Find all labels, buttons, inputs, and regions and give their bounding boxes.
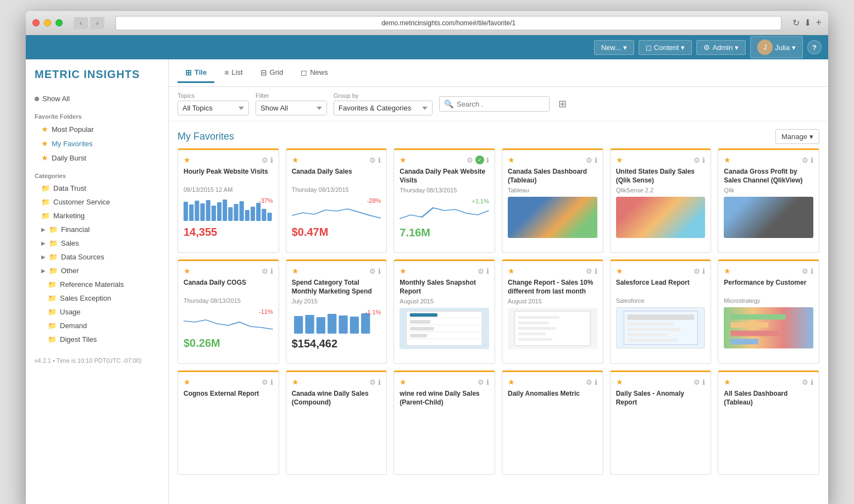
tile-card[interactable]: ★ ⚙ ℹ Canada Sales Dashboard (Tableau) T… — [502, 148, 603, 253]
mac-download-btn[interactable]: ⬇ — [804, 18, 811, 28]
tile-settings-icon[interactable]: ⚙ — [369, 267, 376, 275]
tile-info-icon[interactable]: ℹ — [702, 267, 705, 275]
sidebar-item-daily-burst[interactable]: ★ Daily Burst — [26, 151, 168, 165]
tile-card[interactable]: ★ ⚙ ℹ Change Report - Sales 10% differen… — [502, 259, 603, 364]
tab-grid[interactable]: ⊟ Grid — [253, 64, 291, 83]
tile-info-icon[interactable]: ℹ — [486, 156, 489, 164]
tile-settings-icon[interactable]: ⚙ — [586, 378, 592, 386]
tile-settings-icon[interactable]: ⚙ — [262, 378, 268, 386]
tile-info-icon[interactable]: ℹ — [595, 378, 597, 386]
tile-star-icon[interactable]: ★ — [292, 378, 299, 386]
tile-info-icon[interactable]: ℹ — [378, 378, 381, 386]
sidebar-item-sales-exception[interactable]: 📁 Sales Exception — [26, 291, 168, 305]
mac-close-btn[interactable] — [32, 19, 40, 26]
sidebar-item-show-all[interactable]: Show All — [26, 92, 168, 106]
new-button[interactable]: New... ▾ — [594, 40, 634, 55]
tile-card[interactable]: ★ ⚙ ℹ Hourly Peak Website Visits 08/13/2… — [178, 148, 279, 253]
tile-settings-icon[interactable]: ⚙ — [802, 156, 808, 164]
tile-card[interactable]: ★ ⚙ ℹ Canada wine Daily Sales (Compound) — [286, 370, 387, 475]
tile-card[interactable]: ★ ⚙ ℹ Daily Sales - Anomaly Report — [610, 370, 712, 475]
grid-settings-button[interactable]: ⊞ — [556, 96, 569, 112]
sidebar-item-marketing[interactable]: 📁 Marketing — [26, 209, 168, 223]
tile-settings-icon[interactable]: ⚙ — [694, 267, 700, 275]
sidebar-item-data-sources[interactable]: ▶ 📁 Data Sources — [26, 250, 168, 264]
sidebar-item-digest-tiles[interactable]: 📁 Digest Tiles — [26, 333, 168, 346]
tile-card[interactable]: ★ ⚙ ℹ wine red wine Daily Sales (Parent-… — [393, 370, 495, 475]
filter-select[interactable]: Show All — [256, 101, 327, 115]
mac-maximize-btn[interactable] — [56, 19, 63, 26]
tab-news[interactable]: ◻ News — [293, 64, 336, 83]
groupby-select[interactable]: Favorites & Categories — [334, 101, 432, 115]
tile-info-icon[interactable]: ℹ — [270, 156, 273, 164]
tile-star-icon[interactable]: ★ — [184, 378, 191, 386]
tile-info-icon[interactable]: ℹ — [811, 156, 813, 164]
tile-settings-icon[interactable]: ⚙ — [694, 378, 700, 386]
help-button[interactable]: ? — [807, 40, 822, 54]
tile-star-icon[interactable]: ★ — [724, 378, 731, 386]
sidebar-item-customer-service[interactable]: 📁 Customer Service — [26, 195, 168, 209]
sidebar-item-reference-materials[interactable]: 📁 Reference Materials — [26, 278, 168, 291]
tile-card[interactable]: ★ ⚙ ℹ Performance by Customer Microstrat… — [718, 259, 819, 364]
search-input[interactable] — [457, 100, 545, 108]
tile-info-icon[interactable]: ℹ — [270, 267, 273, 275]
tile-settings-icon[interactable]: ⚙ — [586, 267, 592, 275]
tile-card[interactable]: ★ ⚙ ℹ Monthly Sales Snapshot Report Augu… — [393, 259, 495, 364]
tile-star-icon[interactable]: ★ — [292, 267, 299, 275]
topics-select[interactable]: All Topics — [178, 101, 249, 115]
tile-star-icon[interactable]: ★ — [508, 378, 515, 386]
tile-card[interactable]: ★ ⚙ ℹ All Sales Dashboard (Tableau) — [718, 370, 819, 475]
tile-star-icon[interactable]: ★ — [616, 267, 623, 275]
tile-settings-icon[interactable]: ⚙ — [694, 156, 700, 164]
tile-star-icon[interactable]: ★ — [292, 156, 299, 164]
tile-settings-icon[interactable]: ⚙ — [478, 378, 484, 386]
tile-card[interactable]: ★ ⚙ ℹ Salesforce Lead Report Salesforce — [610, 259, 712, 364]
user-button[interactable]: J Julia ▾ — [750, 36, 803, 58]
sidebar-item-most-popular[interactable]: ★ Most Popular — [26, 122, 168, 136]
tile-star-icon[interactable]: ★ — [616, 156, 623, 164]
tile-card[interactable]: ★ ⚙ ℹ United States Daily Sales (Qlik Se… — [610, 148, 712, 253]
mac-newtab-btn[interactable]: + — [816, 17, 822, 29]
content-button[interactable]: ◻ Content ▾ — [639, 40, 692, 55]
sidebar-item-sales[interactable]: ▶ 📁 Sales — [26, 236, 168, 250]
sidebar-item-demand[interactable]: 📁 Demand — [26, 319, 168, 333]
tile-card[interactable]: ★ ⚙ ℹ Canada Gross Profit by Sales Chann… — [718, 148, 819, 253]
mac-minimize-btn[interactable] — [44, 19, 51, 26]
admin-button[interactable]: ⚙ Admin ▾ — [696, 40, 746, 55]
tile-card[interactable]: ★ ⚙ ℹ Cognos External Report — [178, 370, 279, 475]
tile-settings-icon[interactable]: ⚙ — [802, 267, 808, 275]
tile-info-icon[interactable]: ℹ — [811, 267, 813, 275]
tile-settings-icon[interactable]: ⚙ — [262, 156, 268, 164]
tile-star-icon[interactable]: ★ — [724, 267, 731, 275]
mac-forward-btn[interactable]: › — [90, 17, 104, 29]
tile-star-icon[interactable]: ★ — [508, 267, 515, 275]
sidebar-item-usage[interactable]: 📁 Usage — [26, 305, 168, 319]
tab-tile[interactable]: ⊞ Tile — [178, 64, 214, 83]
tile-info-icon[interactable]: ℹ — [486, 267, 489, 275]
mac-reload-btn[interactable]: ↻ — [792, 18, 800, 28]
tile-settings-icon[interactable]: ⚙ — [478, 267, 484, 275]
tile-info-icon[interactable]: ℹ — [486, 378, 489, 386]
tile-card[interactable]: ★ ⚙ ℹ Daily Anomalies Metric — [502, 370, 603, 475]
tile-star-icon[interactable]: ★ — [616, 378, 623, 386]
tile-info-icon[interactable]: ℹ — [595, 156, 597, 164]
tile-info-icon[interactable]: ℹ — [378, 156, 381, 164]
tile-settings-icon[interactable]: ⚙ — [369, 378, 376, 386]
tile-info-icon[interactable]: ℹ — [270, 378, 273, 386]
tile-settings-icon[interactable]: ⚙ — [586, 156, 592, 164]
tile-card[interactable]: ★ ⚙ ✓ ℹ Canada Daily Peak Website Visits… — [393, 148, 495, 253]
sidebar-item-other[interactable]: ▶ 📁 Other — [26, 264, 168, 278]
tile-star-icon[interactable]: ★ — [184, 267, 191, 275]
sidebar-item-financial[interactable]: ▶ 📁 Financial — [26, 223, 168, 236]
mac-back-btn[interactable]: ‹ — [74, 17, 88, 29]
sidebar-item-my-favorites[interactable]: ★ My Favorites — [26, 136, 168, 151]
url-input[interactable] — [115, 16, 781, 30]
tile-settings-icon[interactable]: ⚙ — [467, 156, 473, 164]
tile-info-icon[interactable]: ℹ — [702, 378, 705, 386]
tile-star-icon[interactable]: ★ — [400, 267, 407, 275]
tile-info-icon[interactable]: ℹ — [378, 267, 381, 275]
tile-star-icon[interactable]: ★ — [400, 378, 407, 386]
tile-card[interactable]: ★ ⚙ ℹ Canada Daily COGS Thursday 08/13/2… — [178, 259, 279, 364]
tile-star-icon[interactable]: ★ — [724, 156, 731, 164]
tile-star-icon[interactable]: ★ — [184, 156, 191, 164]
tile-card[interactable]: ★ ⚙ ℹ Canada Daily Sales Thursday 08/13/… — [286, 148, 387, 253]
